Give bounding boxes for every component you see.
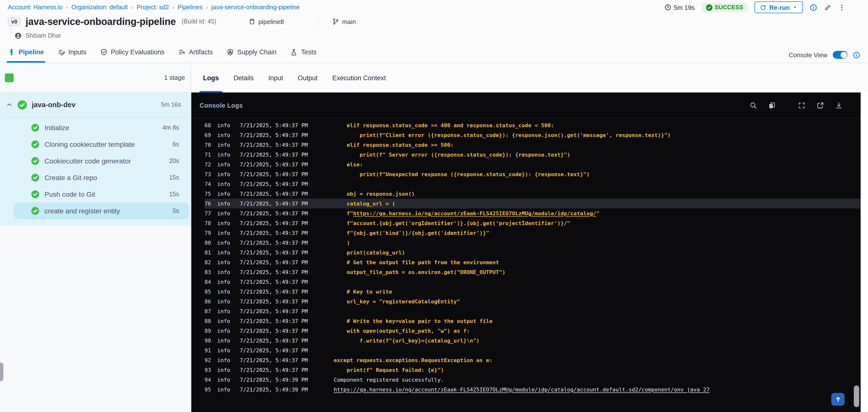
policy-icon [100, 49, 107, 56]
log-line-number: 87 [205, 308, 217, 314]
detail-tab-output[interactable]: Output [297, 63, 318, 93]
detail-tab-execution-context[interactable]: Execution Context [331, 63, 387, 93]
stage-duration: 5m 16s [161, 101, 181, 108]
log-message: print(f" Request failed: {e}") [334, 367, 444, 373]
log-text: with open(output_file_path, "w") as f: [334, 327, 470, 334]
log-level: info [217, 171, 240, 178]
branch-chip[interactable]: main [332, 18, 356, 25]
log-message: output_file_path = os.environ.get("DRONE… [334, 269, 505, 275]
fullscreen-icon[interactable] [798, 101, 805, 109]
step-label: create and register entity [44, 207, 120, 215]
console-view-toggle[interactable] [833, 51, 847, 59]
log-timestamp: 7/21/2025, 5:49:37 PM [240, 308, 334, 314]
step-success-icon [31, 207, 39, 215]
tab-tests[interactable]: Tests [290, 46, 316, 63]
page-header: Account: Harness.io›Organization: defaul… [0, 0, 868, 63]
step-row-initialize[interactable]: Initialize4m 8s [14, 119, 189, 136]
toggle-knob [840, 52, 847, 58]
step-list: Initialize4m 8sCloning cookiecutter temp… [0, 119, 191, 219]
log-line-77: 77info7/21/2025, 5:49:37 PM f"https://qa… [205, 209, 868, 218]
log-line-number: 71 [205, 152, 217, 158]
edit-icon[interactable] [824, 4, 831, 11]
step-row-cloning-cookiecutter-template[interactable]: Cloning cookiecutter template6s [14, 136, 189, 153]
tests-icon [290, 49, 298, 56]
step-duration: 5s [173, 208, 179, 214]
log-level: info [217, 249, 240, 256]
detail-tab-logs[interactable]: Logs [202, 63, 220, 93]
console-header: Console Logs [191, 93, 868, 119]
log-line-86: 86info7/21/2025, 5:49:37 PM url_key = "r… [205, 296, 868, 306]
repo-chip[interactable]: pipeline8 [249, 18, 284, 25]
step-success-icon [31, 157, 39, 165]
console-view-info-icon[interactable] [853, 51, 860, 59]
log-line-number: 91 [205, 347, 217, 353]
info-icon[interactable] [810, 4, 817, 11]
breadcrumb-item[interactable]: Pipelines [178, 4, 202, 11]
breadcrumb-item[interactable]: Organization: default [71, 4, 128, 11]
log-timestamp: 7/21/2025, 5:49:37 PM [240, 220, 334, 226]
success-check-icon [706, 4, 712, 10]
detail-tab-details[interactable]: Details [232, 63, 255, 93]
user-avatar-icon [15, 32, 22, 39]
log-message: # Key to write [334, 288, 392, 295]
log-level: info [217, 337, 240, 344]
log-text: f.write(f"{url_key}={catalog_url}\n") [334, 337, 479, 344]
step-row-push-code-to-git[interactable]: Push code to Git15s [14, 186, 189, 202]
log-timestamp: 7/21/2025, 5:49:37 PM [240, 288, 334, 295]
log-message: f.write(f"{url_key}={catalog_url}\n") [334, 337, 479, 344]
step-label: Initialize [44, 124, 69, 132]
breadcrumb-item[interactable]: Project: sd2 [136, 4, 169, 11]
step-row-cookiecutter-code-generator[interactable]: Cookiecutter code generator20s [14, 153, 189, 169]
collapse-chevron-up-icon[interactable] [6, 101, 13, 108]
log-message: print(f"Client error ({response.status_c… [334, 132, 671, 138]
log-level: info [217, 132, 240, 138]
log-line-94: 94info7/21/2025, 5:49:39 PMComponent reg… [205, 375, 868, 385]
log-timestamp: 7/21/2025, 5:49:37 PM [240, 152, 334, 158]
step-label: Cloning cookiecutter template [44, 140, 135, 148]
log-level: info [217, 377, 240, 383]
more-options-icon[interactable] [838, 4, 845, 11]
console-scrollbar-thumb[interactable] [854, 386, 859, 407]
branch-name: main [342, 18, 356, 25]
step-success-icon [31, 190, 39, 198]
log-message: f"https://qa.harness.io/ng/account/zEaak… [334, 210, 599, 217]
log-url-link[interactable]: https://qa.harness.io/ng/account/zEaak-F… [334, 386, 710, 393]
download-icon[interactable] [835, 101, 842, 109]
tab-inputs[interactable]: Inputs [58, 46, 87, 63]
log-text: obj = response.json() [334, 191, 415, 197]
scroll-to-top-button[interactable] [831, 393, 844, 406]
step-duration: 15s [169, 174, 179, 181]
console-toolbar [750, 101, 842, 109]
log-line-number: 78 [205, 220, 217, 226]
detail-tab-input[interactable]: Input [268, 63, 284, 93]
log-timestamp: 7/21/2025, 5:49:37 PM [240, 122, 334, 128]
console-view-controls: Console View [788, 51, 860, 63]
stage-row-java-onb-dev[interactable]: java-onb-dev 5m 16s [0, 93, 191, 117]
breadcrumb-item[interactable]: Account: Harness.io [8, 4, 63, 11]
tab-pipeline[interactable]: Pipeline [8, 46, 44, 63]
open-new-icon[interactable] [817, 101, 824, 109]
log-message: https://qa.harness.io/ng/account/zEaak-F… [334, 386, 710, 393]
build-id: (Build Id: 45) [182, 18, 217, 25]
sidebar-resize-handle[interactable] [0, 362, 3, 381]
log-url-link[interactable]: https://qa.harness.io/ng/account/zEaak-F… [353, 210, 596, 217]
search-icon[interactable] [750, 101, 757, 109]
execution-detail-panel: LogsDetailsInputOutputExecution Context … [191, 63, 868, 412]
copy-icon[interactable] [768, 101, 776, 109]
tab-supply-chain[interactable]: Supply Chain [226, 46, 277, 63]
breadcrumb-item[interactable]: java-service-onboarding-pipeline [211, 4, 300, 11]
tab-policy-evaluations[interactable]: Policy Evaluations [100, 46, 164, 63]
log-line-number: 89 [205, 327, 217, 334]
tab-artifacts[interactable]: Artifacts [178, 46, 213, 63]
step-row-create-a-git-repo[interactable]: Create a Git repo15s [14, 169, 189, 186]
step-row-create-and-register-entity[interactable]: create and register entity5s [14, 202, 189, 219]
log-level: info [217, 318, 240, 324]
rerun-button[interactable]: Re-run [754, 1, 803, 13]
page-scrollbar-track[interactable] [861, 93, 868, 412]
log-timestamp: 7/21/2025, 5:49:39 PM [240, 386, 334, 393]
log-text: f" [334, 210, 353, 217]
log-text: url_key = "registeredCatalogEntity" [334, 298, 460, 305]
log-level: info [217, 386, 240, 393]
log-level: info [217, 210, 240, 217]
log-line-number: 90 [205, 337, 217, 344]
